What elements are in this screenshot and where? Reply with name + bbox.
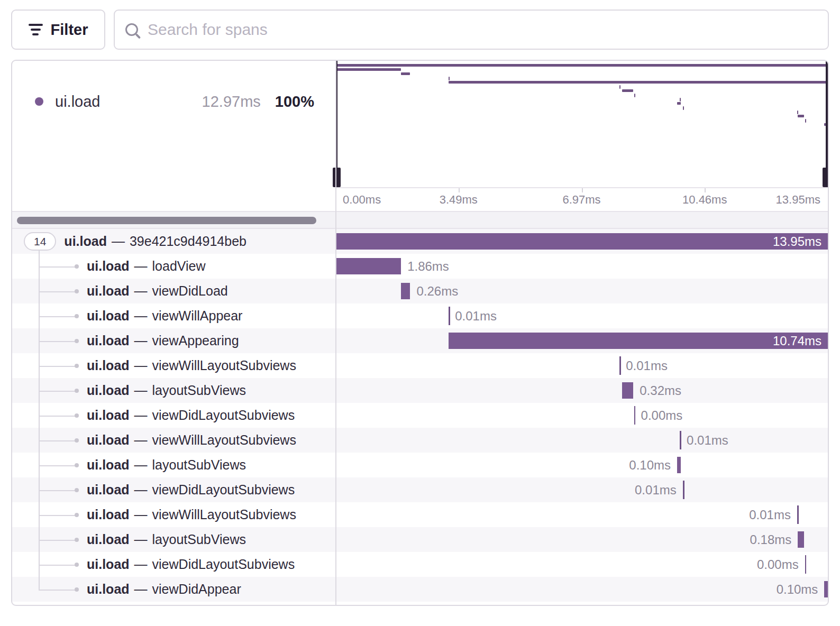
tree-scrollbar-thumb[interactable] [17, 217, 316, 224]
span-separator: — [134, 283, 148, 298]
span-bar[interactable] [805, 555, 806, 574]
span-tree-cell[interactable]: 14 ui.load—viewWillAppear [12, 303, 335, 328]
span-bar[interactable] [824, 581, 828, 597]
span-row[interactable]: 14 ui.load—viewDidLayoutSubviews 0.00ms [12, 403, 828, 428]
span-duration-label: 0.01ms [635, 483, 677, 498]
span-row[interactable]: 14 ui.load—viewDidLayoutSubviews 0.01ms [12, 477, 828, 502]
span-row[interactable]: 14 ui.load—viewDidLoad 0.26ms [12, 279, 828, 303]
span-duration-label: 1.86ms [407, 259, 449, 274]
minimap-right-handle[interactable] [826, 61, 828, 187]
span-tree-cell[interactable]: 14 ui.load—layoutSubViews [12, 453, 335, 477]
span-tree-cell[interactable]: 14 ui.load—loadView [12, 254, 335, 279]
span-row[interactable]: 14 ui.load—viewWillLayoutSubviews 0.01ms [12, 353, 828, 378]
tree-connector-horizontal [39, 366, 76, 367]
minimap-span-bar [683, 106, 684, 110]
span-bar-cell[interactable]: 0.26ms [335, 279, 828, 303]
search-icon [125, 23, 138, 36]
minimap-span-bar [335, 68, 401, 71]
span-row[interactable]: 14 ui.load—viewWillLayoutSubviews 0.01ms [12, 502, 828, 527]
span-tree-cell[interactable]: 14 ui.load—layoutSubViews [12, 527, 335, 552]
span-row[interactable]: 14 ui.load—viewWillLayoutSubviews 0.01ms [12, 428, 828, 453]
span-bar-cell[interactable]: 0.01ms [335, 502, 828, 527]
tree-connector-horizontal [39, 291, 76, 292]
span-bar[interactable] [677, 457, 681, 473]
span-bar[interactable] [797, 505, 799, 524]
tree-connector-dot [75, 488, 79, 492]
span-tree-cell[interactable]: 14 ui.load—layoutSubViews [12, 378, 335, 403]
tree-connector-horizontal [39, 266, 76, 268]
span-row[interactable]: 14 ui.load—viewAppearing 10.74ms [12, 328, 828, 353]
trace-minimap[interactable] [335, 61, 828, 187]
span-duration-label: 0.00ms [641, 408, 683, 423]
span-bar-cell[interactable]: 0.32ms [335, 378, 828, 403]
span-row[interactable]: 14 ui.load—viewDidLayoutSubviews 0.00ms [12, 552, 828, 577]
span-bar[interactable] [335, 233, 828, 250]
span-bar[interactable] [619, 356, 621, 375]
span-bar[interactable] [680, 431, 681, 449]
span-tree-cell[interactable]: 14 ui.load—viewWillLayoutSubviews [12, 428, 335, 453]
filter-button[interactable]: Filter [11, 10, 105, 50]
span-row[interactable]: 14 ui.load—viewDidAppear 0.10ms [12, 577, 828, 602]
tree-scrollbar-track[interactable] [12, 211, 828, 229]
span-op-label: ui.load [87, 358, 130, 373]
span-tree-cell[interactable]: 14 ui.load—viewDidLoad [12, 279, 335, 303]
span-bar-cell[interactable]: 0.18ms [335, 527, 828, 552]
span-tree-cell[interactable]: 14 ui.load—viewWillLayoutSubviews [12, 353, 335, 378]
tree-connector-horizontal [39, 391, 76, 392]
span-bar[interactable] [449, 307, 450, 325]
span-bar-cell[interactable]: 1.86ms [335, 254, 828, 279]
span-bar[interactable] [622, 382, 633, 399]
tree-connector-horizontal [39, 565, 76, 566]
span-separator: — [134, 358, 148, 373]
search-input[interactable] [148, 21, 817, 39]
span-bar[interactable] [634, 406, 635, 425]
minimap-right-grip[interactable] [823, 168, 829, 187]
span-duration-label: 0.00ms [757, 557, 799, 572]
span-title: ui.load—viewWillLayoutSubviews [87, 507, 296, 522]
span-bar-cell[interactable]: 0.01ms [335, 303, 828, 328]
tree-connector-dot [75, 339, 79, 343]
span-row[interactable]: 14 ui.load—viewWillAppear 0.01ms [12, 303, 828, 328]
span-tree-cell[interactable]: 14 ui.load—viewDidLayoutSubviews [12, 403, 335, 428]
span-bar-cell[interactable]: 0.01ms [335, 477, 828, 502]
span-tree-cell[interactable]: 14 ui.load—viewDidAppear [12, 577, 335, 602]
span-tree-cell[interactable]: 14 ui.load—viewDidLayoutSubviews [12, 477, 335, 502]
panel-divider[interactable] [335, 61, 336, 605]
span-bar-cell[interactable]: 0.01ms [335, 428, 828, 453]
span-title: ui.load—viewDidLayoutSubviews [87, 557, 295, 572]
span-tree-cell[interactable]: 14 ui.load—viewWillLayoutSubviews [12, 502, 335, 527]
search-box[interactable] [114, 10, 829, 50]
span-bar-cell[interactable]: 0.01ms [335, 353, 828, 378]
span-row[interactable]: 14 ui.load—layoutSubViews 0.10ms [12, 453, 828, 477]
span-bar-cell[interactable]: 0.00ms [335, 403, 828, 428]
span-title: ui.load—layoutSubViews [87, 532, 246, 547]
span-bar[interactable] [683, 481, 684, 499]
span-bar[interactable] [335, 258, 401, 274]
span-bar-cell[interactable]: 13.95ms [335, 229, 828, 254]
span-row[interactable]: 14 ui.load—layoutSubViews 0.18ms [12, 527, 828, 552]
span-row[interactable]: 14 ui.load—39e421c9d4914beb 13.95ms [12, 229, 828, 254]
span-row[interactable]: 14 ui.load—layoutSubViews 0.32ms [12, 378, 828, 403]
span-tree-cell[interactable]: 14 ui.load—viewDidLayoutSubviews [12, 552, 335, 577]
tree-connector-dot [75, 563, 79, 567]
span-separator: — [112, 234, 125, 248]
span-row[interactable]: 14 ui.load—loadView 1.86ms [12, 254, 828, 279]
span-description: layoutSubViews [152, 457, 246, 472]
tree-connector-vertical [39, 577, 40, 590]
span-bar-cell[interactable]: 10.74ms [335, 328, 828, 353]
span-bar-cell[interactable]: 0.10ms [335, 577, 828, 602]
span-tree-cell[interactable]: 14 ui.load—39e421c9d4914beb [12, 229, 335, 254]
tree-connector-horizontal [39, 440, 76, 441]
minimap-left-grip[interactable] [333, 168, 341, 187]
span-bar[interactable] [798, 531, 804, 548]
child-count-badge[interactable]: 14 [24, 232, 56, 251]
span-bar-cell[interactable]: 0.10ms [335, 453, 828, 477]
span-tree-cell[interactable]: 14 ui.load—viewAppearing [12, 328, 335, 353]
span-op-label: ui.load [87, 408, 130, 422]
span-op-label: ui.load [64, 234, 107, 248]
tree-connector-dot [75, 289, 79, 293]
span-bar-cell[interactable]: 0.00ms [335, 552, 828, 577]
span-bar[interactable] [401, 283, 410, 299]
span-bar[interactable] [449, 333, 828, 349]
span-separator: — [134, 308, 148, 323]
